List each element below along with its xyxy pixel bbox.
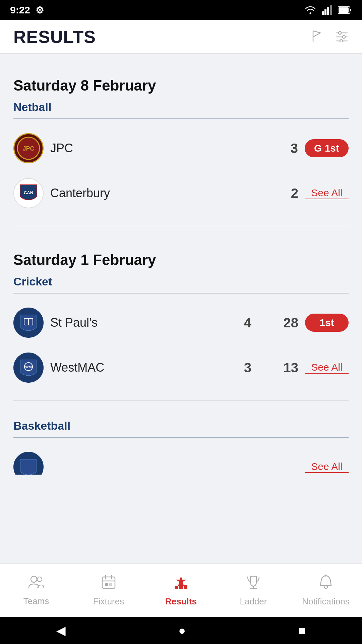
see-all-netball[interactable]: See All — [305, 187, 349, 199]
home-button[interactable]: ● — [178, 624, 186, 638]
section-gap-2 — [0, 406, 362, 416]
see-all-cricket[interactable]: See All — [305, 362, 349, 374]
section-divider-1 — [13, 226, 349, 226]
svg-rect-31 — [105, 583, 108, 586]
match-card-1: JPC JPC 3 G 1st CAN Cante — [0, 119, 362, 222]
date-section-3: Basketball See All — [0, 416, 362, 475]
svg-rect-35 — [179, 584, 183, 589]
date-section-2: Saturday 1 February Cricket St Paul's 4 — [0, 241, 362, 400]
nav-label-fixtures: Fixtures — [93, 596, 124, 607]
svg-rect-6 — [350, 9, 351, 11]
section-gap-1 — [0, 231, 362, 241]
logo-basketball — [13, 452, 44, 475]
recent-button[interactable]: ■ — [298, 624, 306, 638]
nav-item-notifications[interactable]: Notifications — [290, 574, 362, 607]
ladder-icon — [246, 574, 261, 593]
nav-item-teams[interactable]: Teams — [0, 575, 72, 606]
date-heading-2: Saturday 1 February — [0, 241, 362, 272]
team-row-canterbury: CAN Canterbury 2 See All — [13, 171, 349, 216]
score-pair-westmac: 3 13 — [211, 360, 298, 375]
svg-point-11 — [343, 36, 345, 38]
badge-1st: 1st — [305, 314, 349, 332]
team-row-westmac: WM WestMAC 3 13 See All — [13, 345, 349, 390]
fixtures-icon — [101, 574, 116, 593]
team-name-canterbury: Canterbury — [50, 186, 272, 200]
team-row-jpc: JPC JPC 3 G 1st — [13, 126, 349, 171]
sport-heading-2: Cricket — [0, 272, 362, 293]
svg-point-13 — [340, 40, 343, 42]
nav-label-results: Results — [165, 596, 197, 607]
svg-text:JPC: JPC — [22, 145, 34, 152]
team-name-stpauls: St Paul's — [50, 316, 204, 330]
team-score1-stpauls: 4 — [211, 315, 251, 330]
nav-label-ladder: Ladder — [240, 596, 267, 607]
signal-icon — [322, 5, 333, 15]
section-divider-2 — [13, 400, 349, 400]
sys-nav: ◀ ● ■ — [0, 617, 362, 644]
team-row-basketball: See All — [13, 444, 349, 475]
logo-westmac: WM — [13, 353, 44, 383]
sport-heading-3: Basketball — [0, 416, 362, 437]
page-title: RESULTS — [13, 27, 96, 47]
match-card-3: See All — [0, 438, 362, 475]
nav-label-teams: Teams — [23, 596, 49, 606]
status-time: 9:22 — [10, 4, 30, 16]
see-all-basketball[interactable]: See All — [305, 461, 349, 473]
nav-item-results[interactable]: Results — [145, 574, 217, 607]
svg-rect-27 — [102, 577, 115, 588]
nav-label-notifications: Notifications — [302, 596, 350, 607]
top-bar: RESULTS — [0, 20, 362, 54]
svg-text:CAN: CAN — [24, 190, 33, 195]
team-score2-westmac: 13 — [258, 360, 298, 375]
badge-g1st: G 1st — [305, 139, 349, 157]
results-icon — [173, 574, 189, 593]
svg-rect-32 — [109, 583, 112, 586]
svg-rect-1 — [322, 11, 324, 15]
svg-point-26 — [37, 577, 42, 582]
team-score2-stpauls: 28 — [258, 315, 298, 330]
nav-item-ladder[interactable]: Ladder — [217, 574, 290, 607]
svg-rect-2 — [324, 9, 326, 15]
status-left: 9:22 ⚙ — [10, 4, 44, 16]
svg-rect-4 — [330, 5, 332, 15]
settings-icon: ⚙ — [36, 5, 44, 16]
back-button[interactable]: ◀ — [56, 624, 66, 638]
main-content: Saturday 8 February Netball JPC JPC 3 G … — [0, 54, 362, 610]
svg-point-0 — [310, 13, 311, 14]
score-pair-stpauls: 4 28 — [211, 315, 298, 330]
wifi-icon — [304, 5, 316, 15]
team-name-jpc: JPC — [50, 141, 271, 155]
date-heading-1: Saturday 8 February — [0, 67, 362, 97]
logo-canterbury: CAN — [13, 178, 44, 208]
flag-icon[interactable] — [311, 30, 323, 44]
svg-rect-7 — [339, 7, 349, 13]
status-bar: 9:22 ⚙ — [0, 0, 362, 20]
bottom-nav: Teams Fixtures Results — [0, 564, 362, 617]
svg-point-9 — [339, 32, 341, 34]
team-score-canterbury: 2 — [278, 186, 298, 201]
svg-rect-36 — [184, 585, 187, 589]
divider-2 — [13, 293, 349, 293]
teams-icon — [28, 575, 44, 593]
team-row-stpauls: St Paul's 4 28 1st — [13, 300, 349, 345]
battery-icon — [338, 6, 352, 14]
match-card-2: St Paul's 4 28 1st WM — [0, 293, 362, 397]
logo-stpauls — [13, 308, 44, 338]
team-score1-westmac: 3 — [211, 360, 251, 375]
sport-heading-1: Netball — [0, 97, 362, 118]
notifications-icon — [318, 574, 333, 593]
nav-item-fixtures[interactable]: Fixtures — [72, 574, 145, 607]
svg-point-25 — [31, 576, 37, 582]
team-name-westmac: WestMAC — [50, 361, 204, 375]
status-right — [304, 5, 352, 15]
filter-icon[interactable] — [335, 30, 349, 44]
divider-3 — [13, 437, 349, 438]
top-icons — [311, 30, 349, 44]
svg-text:WM: WM — [25, 365, 32, 369]
logo-jpc: JPC — [13, 133, 44, 163]
divider-1 — [13, 118, 349, 119]
date-section-1: Saturday 8 February Netball JPC JPC 3 G … — [0, 67, 362, 226]
svg-rect-34 — [175, 586, 178, 589]
team-score-jpc: 3 — [278, 141, 298, 156]
svg-rect-3 — [327, 7, 329, 15]
